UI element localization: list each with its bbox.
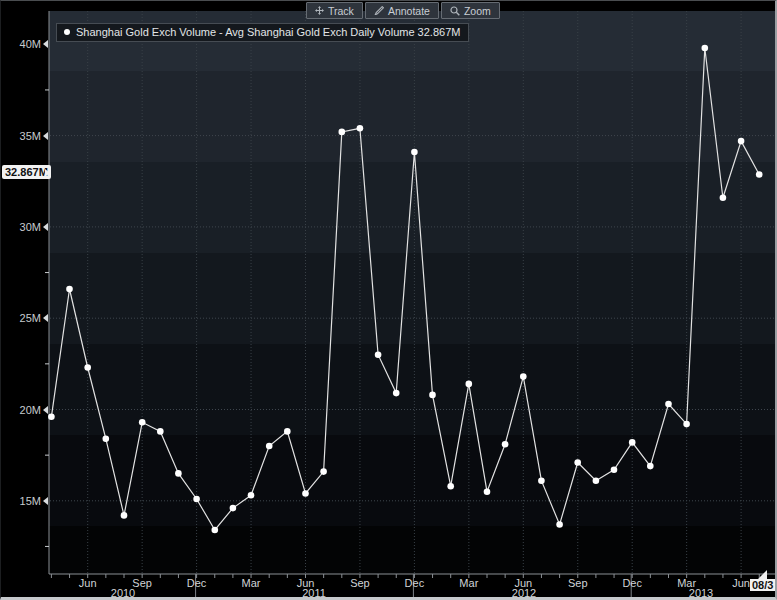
x-axis-month-label: Mar bbox=[459, 577, 478, 589]
data-point[interactable] bbox=[629, 439, 636, 446]
chart-plot-area[interactable] bbox=[1, 1, 777, 600]
annotate-button-label: Annotate bbox=[388, 5, 430, 17]
x-axis-month-label: Sep bbox=[132, 577, 152, 589]
annotate-icon bbox=[374, 6, 384, 15]
x-axis-year-label: 2010 bbox=[111, 587, 135, 599]
track-icon bbox=[315, 6, 324, 15]
data-point[interactable] bbox=[738, 138, 745, 145]
data-point[interactable] bbox=[720, 194, 727, 201]
data-point[interactable] bbox=[339, 129, 346, 136]
y-axis-tick-arrow-icon bbox=[43, 406, 48, 414]
data-point[interactable] bbox=[447, 483, 454, 490]
annotate-button[interactable]: Annotate bbox=[365, 2, 439, 19]
chart-window: Track Annotate Zoom Shanghai Gold Exch V… bbox=[0, 0, 777, 600]
data-point[interactable] bbox=[121, 512, 128, 519]
data-point[interactable] bbox=[357, 125, 364, 132]
x-axis-month-label: Sep bbox=[350, 577, 370, 589]
y-gridlines bbox=[50, 136, 777, 501]
y-axis-label: 20M bbox=[3, 404, 41, 416]
y-axis-label: 40M bbox=[3, 38, 41, 50]
data-point[interactable] bbox=[665, 401, 672, 408]
x-axis-month-label: Jun bbox=[732, 577, 750, 589]
zoom-icon bbox=[450, 6, 460, 16]
data-point[interactable] bbox=[320, 468, 327, 475]
x-axis-year-label: 2013 bbox=[689, 587, 713, 599]
y-axis-tick-arrow-icon bbox=[43, 132, 48, 140]
x-axis-month-label: Jun bbox=[79, 577, 97, 589]
x-axis-month-label: Dec bbox=[405, 577, 425, 589]
chart-toolbar: Track Annotate Zoom bbox=[306, 2, 500, 18]
data-point[interactable] bbox=[538, 477, 545, 484]
current-value-label: 32.867M bbox=[2, 165, 51, 179]
y-axis-label: 25M bbox=[3, 312, 41, 324]
data-point[interactable] bbox=[175, 470, 182, 477]
series-legend[interactable]: Shanghai Gold Exch Volume - Avg Shanghai… bbox=[56, 23, 469, 42]
track-button-label: Track bbox=[328, 5, 354, 17]
zoom-button-label: Zoom bbox=[464, 5, 491, 17]
data-point[interactable] bbox=[48, 414, 55, 421]
data-point[interactable] bbox=[611, 467, 618, 474]
series-line bbox=[51, 48, 759, 530]
data-point[interactable] bbox=[66, 286, 73, 293]
data-point[interactable] bbox=[157, 428, 164, 435]
series-legend-label: Shanghai Gold Exch Volume - Avg Shanghai… bbox=[76, 26, 460, 38]
data-point[interactable] bbox=[574, 459, 581, 466]
data-point[interactable] bbox=[502, 441, 509, 448]
data-point[interactable] bbox=[139, 419, 146, 426]
x-axis-month-label: Sep bbox=[568, 577, 588, 589]
data-point[interactable] bbox=[212, 527, 219, 534]
x-axis-month-label: Dec bbox=[187, 577, 207, 589]
data-point[interactable] bbox=[375, 351, 382, 358]
data-point[interactable] bbox=[248, 492, 255, 499]
data-point[interactable] bbox=[484, 488, 491, 495]
data-point[interactable] bbox=[302, 490, 309, 497]
data-point[interactable] bbox=[520, 373, 527, 380]
data-point[interactable] bbox=[756, 171, 763, 178]
end-date-label: 08/3 bbox=[750, 579, 775, 591]
data-point[interactable] bbox=[593, 477, 600, 484]
data-point[interactable] bbox=[193, 496, 200, 503]
x-gridlines bbox=[88, 11, 741, 574]
data-point[interactable] bbox=[556, 521, 563, 528]
y-axis-tick-arrow-icon bbox=[43, 223, 48, 231]
x-axis-month-label: Dec bbox=[622, 577, 642, 589]
x-axis-month-label: Mar bbox=[242, 577, 261, 589]
data-point[interactable] bbox=[702, 45, 709, 52]
data-point[interactable] bbox=[683, 421, 690, 428]
track-button[interactable]: Track bbox=[306, 2, 363, 19]
data-point[interactable] bbox=[103, 435, 110, 442]
y-axis-label: 30M bbox=[3, 221, 41, 233]
zoom-button[interactable]: Zoom bbox=[441, 2, 500, 19]
data-point[interactable] bbox=[429, 392, 436, 399]
y-axis-label: 35M bbox=[3, 130, 41, 142]
series-marker-icon bbox=[64, 29, 70, 35]
y-axis-label: 15M bbox=[3, 495, 41, 507]
data-point[interactable] bbox=[647, 463, 654, 470]
y-axis-tick-arrow-icon bbox=[43, 40, 48, 48]
current-value-label-pointer bbox=[45, 169, 50, 177]
data-point[interactable] bbox=[266, 443, 273, 450]
x-axis-year-label: 2012 bbox=[512, 587, 536, 599]
x-axis-year-label: 2011 bbox=[302, 587, 326, 599]
y-axis-tick-arrow-icon bbox=[43, 497, 48, 505]
data-point[interactable] bbox=[284, 428, 291, 435]
data-point[interactable] bbox=[84, 364, 91, 371]
y-axis-tick-arrow-icon bbox=[43, 314, 48, 322]
end-date-pointer-icon bbox=[758, 570, 767, 579]
data-point[interactable] bbox=[230, 505, 237, 512]
series-points bbox=[48, 45, 762, 534]
data-point[interactable] bbox=[393, 390, 400, 397]
data-point[interactable] bbox=[411, 149, 418, 156]
data-point[interactable] bbox=[466, 381, 473, 388]
